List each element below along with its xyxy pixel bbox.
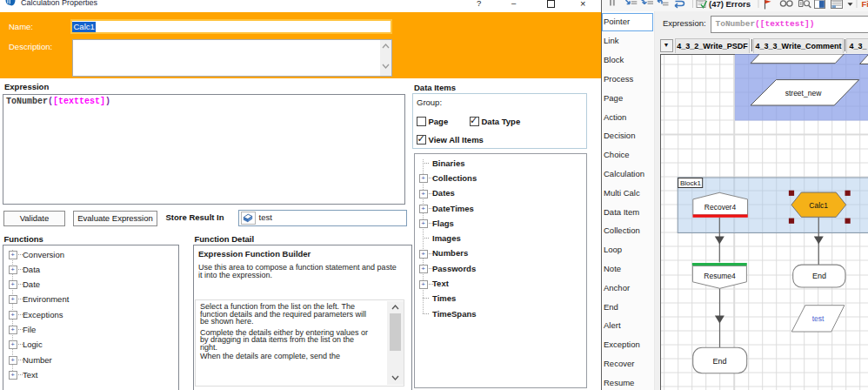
svg-text:test: test	[811, 314, 824, 323]
svg-text:street_new: street_new	[785, 89, 821, 98]
svg-text:Fi: Fi	[862, 0, 868, 9]
svg-text:Calc1: Calc1	[809, 201, 828, 210]
svg-text:End: End	[811, 272, 825, 280]
svg-text:Block1: Block1	[680, 179, 702, 187]
svg-text:Resume4: Resume4	[704, 272, 736, 280]
svg-text:End: End	[712, 357, 726, 366]
svg-text:(47) Errors: (47) Errors	[709, 0, 751, 9]
svg-text:Recover4: Recover4	[704, 203, 736, 212]
